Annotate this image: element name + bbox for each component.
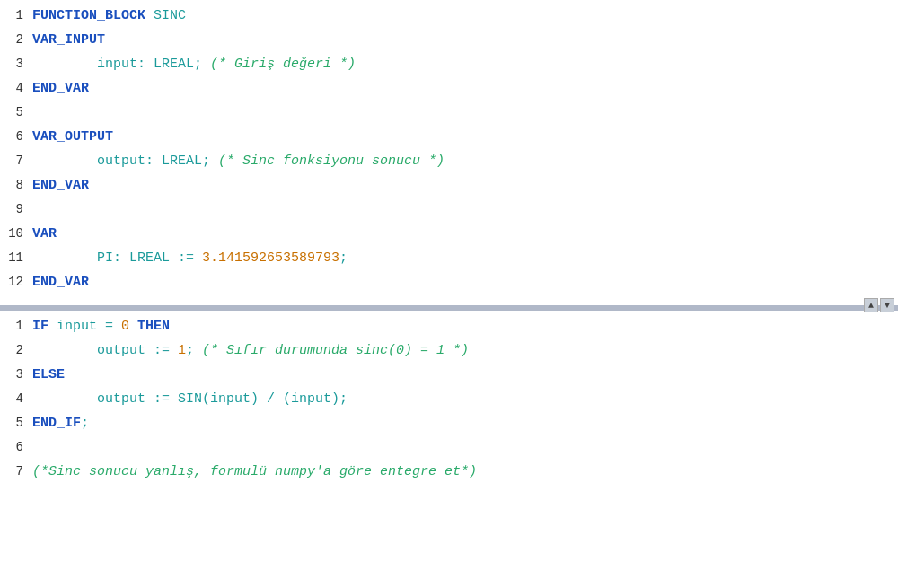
line-number: 9 <box>0 197 32 221</box>
line-number: 4 <box>0 387 32 410</box>
code-line: 10VAR <box>0 222 898 246</box>
line-number: 10 <box>0 222 32 245</box>
divider-bar: ▲ ▼ <box>0 305 898 309</box>
token: (*Sinc sonucu yanlış, formulü numpy'a gö… <box>32 464 477 479</box>
line-number: 1 <box>0 4 32 27</box>
bottom-pane: 1IF input = 0 THEN2 output := 1; (* Sıfı… <box>0 311 898 588</box>
token: ; <box>186 343 202 358</box>
line-content: VAR_OUTPUT <box>32 126 898 149</box>
code-line: 6VAR_OUTPUT <box>0 125 898 149</box>
line-number: 3 <box>0 52 32 75</box>
line-number: 12 <box>0 270 32 294</box>
code-line: 8END_VAR <box>0 173 898 197</box>
code-line: 2VAR_INPUT <box>0 28 898 52</box>
line-content: END_VAR <box>32 271 898 294</box>
token: SINC <box>145 8 186 23</box>
line-content: VAR_INPUT <box>32 29 898 52</box>
code-line: 3ELSE <box>0 363 898 387</box>
line-number: 6 <box>0 435 32 459</box>
code-line: 12END_VAR <box>0 270 898 294</box>
token: THEN <box>137 319 170 334</box>
code-line: 4 output := SIN(input) / (input); <box>0 387 898 411</box>
token: FUNCTION_BLOCK <box>32 8 145 23</box>
token: 1 <box>178 343 186 358</box>
code-line: 3 input: LREAL; (* Giriş değeri *) <box>0 52 898 76</box>
token: output: LREAL; <box>32 154 218 169</box>
token: END_IF <box>32 416 81 431</box>
code-line: 5 <box>0 101 898 125</box>
token: 0 <box>121 319 129 334</box>
top-pane: 1FUNCTION_BLOCK SINC2VAR_INPUT3 input: L… <box>0 0 898 311</box>
token: IF <box>32 319 48 334</box>
token: (* Giriş değeri *) <box>210 57 356 72</box>
line-number: 2 <box>0 28 32 51</box>
top-pane-content[interactable]: 1FUNCTION_BLOCK SINC2VAR_INPUT3 input: L… <box>0 0 898 305</box>
token: ELSE <box>32 367 65 382</box>
line-content: FUNCTION_BLOCK SINC <box>32 4 898 28</box>
token: END_VAR <box>32 81 89 96</box>
line-content: VAR <box>32 223 898 246</box>
line-number: 2 <box>0 338 32 362</box>
token: ; <box>81 416 89 431</box>
line-number: 4 <box>0 76 32 100</box>
line-content: output: LREAL; (* Sinc fonksiyonu sonucu… <box>32 150 898 173</box>
bottom-pane-content[interactable]: 1IF input = 0 THEN2 output := 1; (* Sıfı… <box>0 311 898 586</box>
code-line: 11 PI: LREAL := 3.141592653589793; <box>0 246 898 270</box>
token: VAR_OUTPUT <box>32 129 113 145</box>
line-content: END_VAR <box>32 174 898 197</box>
token: (* Sinc fonksiyonu sonucu *) <box>218 154 445 169</box>
line-number: 3 <box>0 363 32 386</box>
token: END_VAR <box>32 178 89 193</box>
line-number: 1 <box>0 314 32 338</box>
line-content <box>32 198 898 222</box>
token: 3.141592653589793 <box>202 250 339 266</box>
line-number: 11 <box>0 246 32 269</box>
token: output := <box>32 343 178 358</box>
line-number: 7 <box>0 460 32 483</box>
line-number: 8 <box>0 173 32 197</box>
code-line: 4END_VAR <box>0 76 898 101</box>
token: input = <box>48 319 121 334</box>
line-content <box>32 436 898 460</box>
line-content: END_VAR <box>32 77 898 101</box>
code-line: 1IF input = 0 THEN <box>0 314 898 338</box>
token: input: LREAL; <box>32 57 210 72</box>
code-line: 7 output: LREAL; (* Sinc fonksiyonu sonu… <box>0 149 898 173</box>
line-content <box>32 101 898 125</box>
code-line: 6 <box>0 435 898 460</box>
token: VAR_INPUT <box>32 32 105 48</box>
line-content: PI: LREAL := 3.141592653589793; <box>32 247 898 270</box>
token <box>129 319 137 334</box>
line-number: 5 <box>0 101 32 124</box>
line-content: output := SIN(input) / (input); <box>32 388 898 411</box>
line-number: 7 <box>0 149 32 172</box>
code-line: 5END_IF; <box>0 411 898 435</box>
line-content: END_IF; <box>32 412 898 435</box>
line-number: 5 <box>0 411 32 434</box>
line-content: output := 1; (* Sıfır durumunda sinc(0) … <box>32 339 898 363</box>
top-code-area: 1FUNCTION_BLOCK SINC2VAR_INPUT3 input: L… <box>0 0 898 298</box>
line-content: IF input = 0 THEN <box>32 315 898 338</box>
token: ; <box>339 250 348 266</box>
line-content: ELSE <box>32 364 898 387</box>
code-line: 9 <box>0 197 898 222</box>
code-line: 2 output := 1; (* Sıfır durumunda sinc(0… <box>0 338 898 363</box>
token: PI: LREAL := <box>32 250 202 266</box>
bottom-code-area: 1IF input = 0 THEN2 output := 1; (* Sıfı… <box>0 311 898 487</box>
line-content: (*Sinc sonucu yanlış, formulü numpy'a gö… <box>32 461 898 484</box>
line-number: 6 <box>0 125 32 148</box>
line-content: input: LREAL; (* Giriş değeri *) <box>32 53 898 76</box>
code-line: 1FUNCTION_BLOCK SINC <box>0 4 898 28</box>
token: END_VAR <box>32 275 89 290</box>
token: output := SIN(input) / (input); <box>32 391 348 407</box>
code-line: 7(*Sinc sonucu yanlış, formulü numpy'a g… <box>0 460 898 484</box>
token: VAR <box>32 226 57 241</box>
editor-container: 1FUNCTION_BLOCK SINC2VAR_INPUT3 input: L… <box>0 0 898 588</box>
token: (* Sıfır durumunda sinc(0) = 1 *) <box>202 343 469 358</box>
